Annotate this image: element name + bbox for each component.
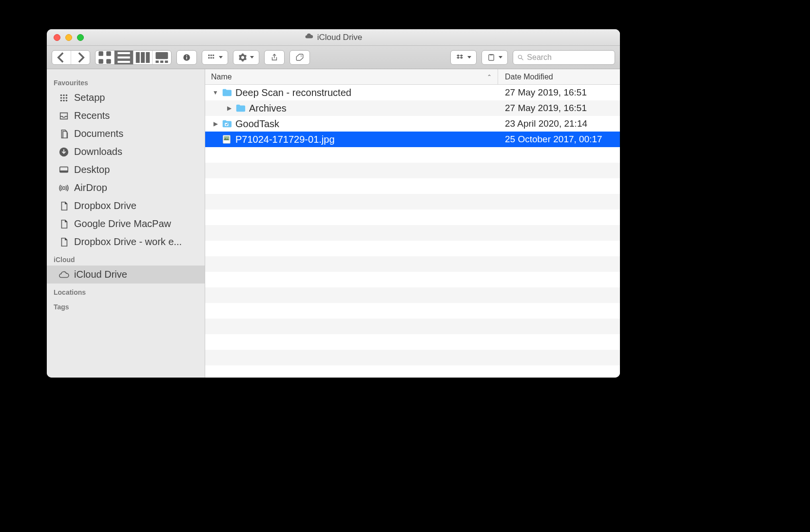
empty-row xyxy=(205,350,620,365)
empty-row xyxy=(205,272,620,287)
close-button[interactable] xyxy=(54,34,60,41)
svg-point-16 xyxy=(186,55,187,56)
disclosure-triangle-icon[interactable]: ▼ xyxy=(211,89,220,96)
grid-icon xyxy=(58,93,69,103)
app-button[interactable] xyxy=(482,50,508,65)
file-list: Name ⌃ Date Modified ▼ Deep Scan - recon… xyxy=(205,69,620,378)
sidebar-item-icloud-drive[interactable]: iCloud Drive xyxy=(47,266,205,284)
sidebar-item-documents[interactable]: Documents xyxy=(47,125,205,143)
desktop-icon xyxy=(58,165,69,175)
svg-rect-12 xyxy=(160,60,163,63)
svg-line-27 xyxy=(521,58,523,60)
file-row[interactable]: ▼ Deep Scan - reconstructed 27 May 2019,… xyxy=(205,85,620,100)
file-name: GoodTask xyxy=(235,118,498,130)
info-button[interactable] xyxy=(176,50,197,65)
documents-icon xyxy=(58,129,69,139)
minimize-button[interactable] xyxy=(65,34,72,41)
download-icon xyxy=(58,147,69,157)
sidebar-section-label[interactable]: iCloud xyxy=(47,251,205,266)
svg-rect-4 xyxy=(117,52,130,54)
svg-rect-24 xyxy=(489,55,494,60)
tray-icon xyxy=(58,111,69,121)
disclosure-triangle-icon[interactable]: ▶ xyxy=(225,105,233,112)
chevron-down-icon xyxy=(499,56,502,58)
svg-rect-6 xyxy=(117,60,130,62)
svg-rect-2 xyxy=(98,59,103,64)
svg-rect-5 xyxy=(117,56,130,58)
file-icon xyxy=(58,219,69,229)
list-view-button[interactable] xyxy=(115,51,134,64)
empty-row xyxy=(205,256,620,272)
svg-rect-3 xyxy=(106,59,111,64)
sidebar: FavouritesSetappRecentsDocumentsDownload… xyxy=(47,69,205,378)
sidebar-item-downloads[interactable]: Downloads xyxy=(47,143,205,161)
empty-row xyxy=(205,241,620,256)
file-rows: ▼ Deep Scan - reconstructed 27 May 2019,… xyxy=(205,85,620,378)
column-view-button[interactable] xyxy=(134,51,153,64)
folder-icon xyxy=(221,87,232,98)
icon-view-button[interactable] xyxy=(96,51,115,64)
svg-rect-11 xyxy=(155,60,158,63)
sidebar-item-airdrop[interactable]: AirDrop xyxy=(47,179,205,197)
window-title-label: iCloud Drive xyxy=(317,33,363,42)
sidebar-item-label: Dropbox Drive - work e... xyxy=(74,236,182,247)
file-date: 27 May 2019, 16:51 xyxy=(498,103,620,114)
folder-app-icon xyxy=(221,118,232,130)
sidebar-item-setapp[interactable]: Setapp xyxy=(47,89,205,107)
zoom-button[interactable] xyxy=(77,34,84,41)
search-input[interactable] xyxy=(527,53,611,62)
forward-button[interactable] xyxy=(71,51,90,64)
gallery-view-button[interactable] xyxy=(153,51,171,64)
file-row[interactable]: ▶ Archives 27 May 2019, 16:51 xyxy=(205,100,620,116)
svg-rect-8 xyxy=(141,52,145,62)
sidebar-item-gdrive-macpaw[interactable]: Google Drive MacPaw xyxy=(47,215,205,233)
svg-rect-9 xyxy=(146,52,150,62)
sidebar-section-label[interactable]: Favourites xyxy=(47,74,205,89)
sidebar-item-desktop[interactable]: Desktop xyxy=(47,161,205,179)
svg-rect-0 xyxy=(98,51,103,56)
svg-rect-17 xyxy=(208,55,210,56)
name-column-header[interactable]: Name ⌃ xyxy=(205,69,498,84)
search-icon xyxy=(517,54,524,61)
empty-row xyxy=(205,365,620,378)
sidebar-item-recents[interactable]: Recents xyxy=(47,107,205,125)
sidebar-item-dropbox-work[interactable]: Dropbox Drive - work e... xyxy=(47,233,205,251)
column-header: Name ⌃ Date Modified xyxy=(205,69,620,85)
file-name: Archives xyxy=(249,103,498,114)
chevron-down-icon xyxy=(250,56,254,58)
search-field[interactable] xyxy=(513,50,615,65)
svg-rect-13 xyxy=(165,60,168,63)
file-row[interactable]: P71024-171729-01.jpg 25 October 2017, 00… xyxy=(205,132,620,147)
sort-ascending-icon: ⌃ xyxy=(487,74,492,80)
file-row[interactable]: ▶ GoodTask 23 April 2020, 21:14 xyxy=(205,116,620,132)
sidebar-item-label: Recents xyxy=(74,110,110,121)
cloud-icon xyxy=(305,32,313,43)
back-button[interactable] xyxy=(52,51,71,64)
dropbox-button[interactable] xyxy=(450,50,477,65)
sidebar-item-label: Documents xyxy=(74,128,123,139)
tags-button[interactable] xyxy=(289,50,310,65)
file-icon xyxy=(58,237,69,247)
empty-row xyxy=(205,303,620,319)
svg-rect-21 xyxy=(211,57,212,58)
action-button[interactable] xyxy=(233,50,259,65)
cloud-icon xyxy=(58,269,69,280)
svg-rect-19 xyxy=(212,55,214,56)
sidebar-item-label: Downloads xyxy=(74,146,122,157)
empty-row xyxy=(205,178,620,194)
window-title: iCloud Drive xyxy=(47,29,620,45)
sidebar-section-label[interactable]: Tags xyxy=(47,298,205,313)
view-mode-buttons xyxy=(95,50,172,65)
empty-row xyxy=(205,319,620,334)
date-column-header[interactable]: Date Modified xyxy=(498,69,620,84)
share-button[interactable] xyxy=(264,50,285,65)
disclosure-triangle-icon[interactable]: ▶ xyxy=(211,120,220,127)
sidebar-section-label[interactable]: Locations xyxy=(47,284,205,298)
group-by-button[interactable] xyxy=(202,50,228,65)
sidebar-item-dropbox-drive[interactable]: Dropbox Drive xyxy=(47,197,205,215)
image-icon xyxy=(221,133,232,145)
empty-row xyxy=(205,225,620,241)
name-column-label: Name xyxy=(211,73,232,81)
svg-rect-22 xyxy=(212,57,214,58)
svg-rect-1 xyxy=(106,51,111,56)
